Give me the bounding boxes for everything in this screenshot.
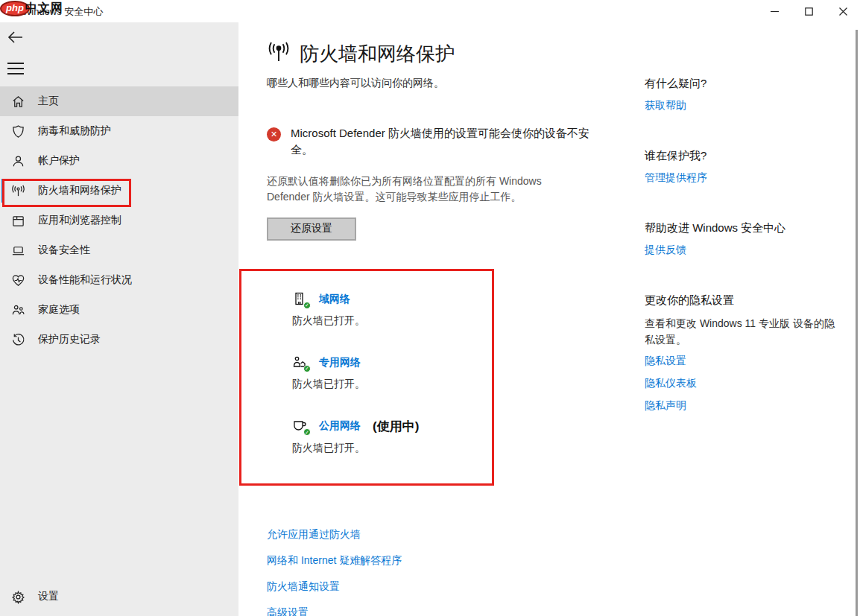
network-private: ✓ 专用网络 防火墙已打开。 — [292, 355, 494, 391]
check-badge-icon: ✓ — [303, 365, 311, 372]
domain-network-icon: ✓ — [292, 291, 309, 308]
network-public: ✓ 公用网络 (使用中) 防火墙已打开。 — [292, 418, 494, 455]
php-watermark-text: 中文网 — [25, 1, 63, 16]
error-icon: ✕ — [267, 127, 281, 142]
give-feedback-link[interactable]: 提供反馈 — [645, 244, 847, 257]
public-network-icon: ✓ — [292, 418, 309, 434]
network-status: 防火墙已打开。 — [292, 378, 494, 391]
sidebar-item-device-security[interactable]: 设备安全性 — [0, 235, 238, 265]
sidebar-item-performance-health[interactable]: 设备性能和运行状况 — [0, 265, 238, 295]
private-network-link[interactable]: 专用网络 — [319, 356, 361, 369]
privacy-dashboard-link[interactable]: 隐私仪表板 — [645, 377, 847, 390]
section-heading: 帮助改进 Windows 安全中心 — [645, 221, 847, 235]
sidebar-item-label: 家庭选项 — [38, 303, 80, 317]
sidebar: 主页 病毒和威胁防护 帐户保护 防火墙和网络保护 — [0, 22, 238, 616]
domain-network-link[interactable]: 域网络 — [319, 293, 350, 306]
check-badge-icon: ✓ — [303, 428, 311, 436]
sidebar-nav: 主页 病毒和威胁防护 帐户保护 防火墙和网络保护 — [0, 86, 238, 355]
private-network-icon: ✓ — [292, 355, 309, 371]
family-icon — [10, 302, 26, 318]
page-title: 防火墙和网络保护 — [300, 41, 455, 67]
firewall-notification-settings-link[interactable]: 防火墙通知设置 — [267, 580, 656, 594]
network-domain: ✓ 域网络 防火墙已打开。 — [292, 291, 494, 328]
help-section-privacy: 更改你的隐私设置 查看和更改 Windows 11 专业版 设备的隐私设置。 隐… — [645, 293, 847, 413]
sidebar-item-virus-threat[interactable]: 病毒和威胁防护 — [0, 116, 238, 146]
network-status: 防火墙已打开。 — [292, 442, 494, 455]
sidebar-item-home[interactable]: 主页 — [0, 86, 238, 116]
app-browser-icon — [10, 212, 26, 229]
firewall-antenna-icon — [10, 182, 26, 199]
sidebar-item-label: 帐户保护 — [38, 154, 80, 168]
network-internet-troubleshooter-link[interactable]: 网络和 Internet 疑难解答程序 — [267, 554, 656, 568]
sidebar-item-label: 设备安全性 — [38, 244, 90, 257]
help-section-feedback: 帮助改进 Windows 安全中心 提供反馈 — [645, 221, 847, 257]
sidebar-item-family[interactable]: 家庭选项 — [0, 295, 238, 325]
help-section-protecting: 谁在保护我? 管理提供程序 — [645, 149, 847, 185]
window-controls — [757, 0, 860, 22]
sidebar-item-app-browser[interactable]: 应用和浏览器控制 — [0, 206, 238, 235]
sidebar-item-label: 应用和浏览器控制 — [38, 214, 121, 227]
close-icon[interactable] — [826, 0, 860, 22]
allow-app-through-firewall-link[interactable]: 允许应用通过防火墙 — [267, 528, 656, 542]
get-help-link[interactable]: 获取帮助 — [645, 99, 847, 112]
sidebar-item-firewall[interactable]: 防火墙和网络保护 — [0, 176, 238, 206]
page-subtitle: 哪些人和哪些内容可以访问你的网络。 — [267, 77, 656, 90]
firewall-antenna-icon — [267, 40, 291, 67]
privacy-description: 查看和更改 Windows 11 专业版 设备的隐私设置。 — [645, 316, 840, 348]
health-icon — [10, 272, 26, 288]
menu-icon[interactable] — [7, 63, 24, 74]
sidebar-item-account[interactable]: 帐户保护 — [0, 146, 238, 176]
help-section-questions: 有什么疑问? 获取帮助 — [645, 77, 847, 112]
section-heading: 更改你的隐私设置 — [645, 293, 847, 308]
advanced-settings-link[interactable]: 高级设置 — [267, 606, 656, 616]
privacy-statement-link[interactable]: 隐私声明 — [645, 399, 847, 413]
restore-description: 还原默认值将删除你已为所有网络位置配置的所有 Windows Defender … — [267, 174, 571, 205]
help-panel: 有什么疑问? 获取帮助 谁在保护我? 管理提供程序 帮助改进 Windows 安… — [645, 77, 847, 449]
titlebar: Windows 安全中心 php 中文网 — [0, 0, 860, 22]
sidebar-item-protection-history[interactable]: 保护历史记录 — [0, 325, 238, 355]
minimize-icon[interactable] — [757, 0, 791, 22]
history-icon — [10, 331, 26, 348]
section-heading: 有什么疑问? — [645, 77, 847, 91]
vertical-scrollbar[interactable] — [856, 30, 858, 616]
sidebar-item-label: 病毒和威胁防护 — [38, 124, 111, 138]
sidebar-item-label: 防火墙和网络保护 — [38, 184, 121, 197]
alert-text: Microsoft Defender 防火墙使用的设置可能会使你的设备不安全。 — [291, 125, 604, 158]
selected-accent-bar — [1, 179, 4, 203]
main-content: 防火墙和网络保护 哪些人和哪些内容可以访问你的网络。 ✕ Microsoft D… — [238, 22, 656, 616]
maximize-icon[interactable] — [791, 0, 826, 22]
restore-settings-button[interactable]: 还原设置 — [267, 217, 356, 241]
firewall-links: 允许应用通过防火墙 网络和 Internet 疑难解答程序 防火墙通知设置 高级… — [267, 528, 656, 616]
php-watermark: php 中文网 — [0, 0, 63, 16]
sidebar-item-settings[interactable]: 设置 — [0, 584, 238, 609]
sidebar-item-label: 主页 — [38, 95, 59, 108]
sidebar-item-label: 保护历史记录 — [38, 333, 101, 346]
home-icon — [10, 93, 26, 109]
active-network-suffix: (使用中) — [373, 418, 419, 435]
network-list: ✓ 域网络 防火墙已打开。 ✓ 专用网络 防火墙已打开。 — [239, 272, 494, 489]
check-badge-icon: ✓ — [303, 302, 311, 309]
section-heading: 谁在保护我? — [645, 149, 847, 163]
sidebar-item-label: 设备性能和运行状况 — [38, 273, 132, 287]
firewall-alert: ✕ Microsoft Defender 防火墙使用的设置可能会使你的设备不安全… — [267, 125, 604, 158]
gear-icon — [10, 588, 26, 605]
shield-icon — [10, 123, 26, 139]
settings-label: 设置 — [38, 590, 59, 603]
network-status: 防火墙已打开。 — [292, 314, 494, 328]
person-icon — [10, 153, 26, 169]
back-icon[interactable] — [7, 28, 28, 47]
device-icon — [10, 242, 26, 258]
manage-providers-link[interactable]: 管理提供程序 — [645, 171, 847, 185]
public-network-link[interactable]: 公用网络 — [319, 419, 361, 433]
privacy-settings-link[interactable]: 隐私设置 — [645, 355, 847, 368]
